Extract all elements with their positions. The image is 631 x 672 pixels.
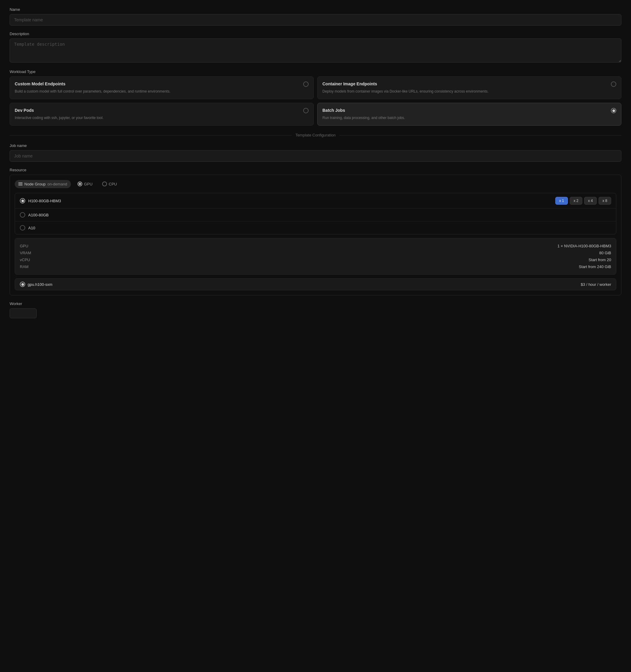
pricing-row[interactable]: gpu.h100-sxm $3 / hour / worker — [15, 278, 616, 290]
job-name-label: Job name — [9, 143, 622, 148]
description-input[interactable] — [9, 39, 622, 63]
workload-card-batch-jobs[interactable]: Batch Jobs Run training, data processing… — [317, 103, 622, 126]
node-group-icon — [18, 183, 23, 186]
workload-card-batch-jobs-radio — [611, 108, 616, 113]
mult-btn-2x[interactable]: x 2 — [570, 197, 582, 205]
gpu-radio-dot — [77, 182, 82, 186]
name-label: Name — [9, 7, 622, 12]
workload-card-batch-jobs-title: Batch Jobs — [322, 108, 616, 113]
gpu-name-a100: A100-80GB — [28, 213, 49, 217]
gpu-option-a10[interactable]: A10 — [15, 221, 616, 234]
template-config-divider: Template Configuration — [9, 133, 622, 137]
job-name-input[interactable] — [9, 150, 622, 162]
spec-row-vcpu: vCPU Start from 20 — [20, 256, 611, 263]
gpu-option-a100-left: A100-80GB — [20, 212, 49, 218]
cpu-toggle-label: CPU — [109, 182, 117, 186]
worker-section: Worker — [9, 302, 622, 318]
name-input[interactable] — [9, 14, 622, 26]
description-section: Description — [9, 31, 622, 64]
workload-card-custom-model-desc: Build a custom model with full control o… — [15, 89, 309, 94]
worker-input[interactable] — [9, 308, 37, 318]
pricing-left: gpu.h100-sxm — [20, 282, 52, 287]
resource-label: Resource — [9, 168, 622, 172]
spec-key-vram: VRAM — [20, 250, 31, 255]
worker-label: Worker — [9, 302, 622, 306]
mult-btn-1x[interactable]: x 1 — [555, 197, 568, 205]
workload-card-custom-model-radio — [303, 81, 309, 87]
gpu-option-h100[interactable]: H100-80GB-HBM3 x 1 x 2 x 4 x 8 — [15, 193, 616, 209]
workload-card-dev-pods-title: Dev Pods — [15, 108, 309, 113]
workload-card-dev-pods-radio — [303, 108, 309, 113]
gpu-radio-a100 — [20, 212, 25, 218]
workload-card-container-image-radio — [611, 81, 616, 87]
workload-card-container-image[interactable]: Container Image Endpoints Deploy models … — [317, 76, 622, 99]
job-name-section: Job name — [9, 143, 622, 162]
workload-card-batch-jobs-desc: Run training, data processing, and other… — [322, 115, 616, 121]
spec-value-vcpu: Start from 20 — [589, 258, 611, 262]
multiplier-buttons-h100: x 1 x 2 x 4 x 8 — [555, 197, 611, 205]
gpu-option-a10-left: A10 — [20, 225, 35, 231]
mult-btn-4x[interactable]: x 4 — [584, 197, 597, 205]
gpu-name-h100: H100-80GB-HBM3 — [28, 199, 61, 203]
gpu-options-list: H100-80GB-HBM3 x 1 x 2 x 4 x 8 A100-80GB — [15, 193, 616, 234]
cpu-toggle-button[interactable]: CPU — [98, 180, 121, 188]
spec-value-vram: 80 GiB — [599, 250, 611, 255]
workload-card-dev-pods[interactable]: Dev Pods Interactive coding with ssh, ju… — [9, 103, 314, 126]
gpu-option-h100-left: H100-80GB-HBM3 — [20, 198, 61, 203]
workload-card-dev-pods-desc: Interactive coding with ssh, jupyter, or… — [15, 115, 309, 121]
pricing-value: $3 / hour / worker — [581, 282, 611, 287]
specs-box: GPU 1 × NVIDIA-H100-80GB-HBM3 VRAM 80 Gi… — [15, 238, 616, 275]
spec-key-ram: RAM — [20, 264, 28, 269]
gpu-toggle-button[interactable]: GPU — [73, 180, 97, 188]
mult-btn-8x[interactable]: x 8 — [599, 197, 611, 205]
cpu-radio-dot — [102, 182, 107, 186]
description-label: Description — [9, 31, 622, 36]
workload-card-custom-model-title: Custom Model Endpoints — [15, 81, 309, 86]
workload-card-container-image-desc: Deploy models from container images via … — [322, 89, 616, 94]
spec-value-ram: Start from 240 GiB — [579, 264, 611, 269]
node-group-value: on-demand — [47, 182, 67, 186]
workload-type-label: Workload Type — [9, 69, 622, 74]
gpu-radio-h100 — [20, 198, 25, 203]
gpu-toggle-label: GPU — [84, 182, 93, 186]
gpu-option-a100[interactable]: A100-80GB — [15, 209, 616, 221]
node-group-text: Node Group — [24, 182, 46, 186]
resource-section: Resource Node Group on-demand GPU CPU — [9, 168, 622, 295]
node-group-bar: Node Group on-demand GPU CPU — [15, 180, 616, 188]
spec-key-vcpu: vCPU — [20, 258, 30, 262]
spec-key-gpu: GPU — [20, 244, 28, 248]
spec-value-gpu: 1 × NVIDIA-H100-80GB-HBM3 — [557, 244, 611, 248]
workload-card-container-image-title: Container Image Endpoints — [322, 81, 616, 86]
node-group-pill[interactable]: Node Group on-demand — [15, 180, 71, 188]
name-section: Name — [9, 7, 622, 26]
workload-type-section: Workload Type Custom Model Endpoints Bui… — [9, 69, 622, 126]
template-config-label: Template Configuration — [292, 133, 339, 137]
workload-card-custom-model[interactable]: Custom Model Endpoints Build a custom mo… — [9, 76, 314, 99]
pricing-name: gpu.h100-sxm — [28, 282, 52, 287]
spec-row-vram: VRAM 80 GiB — [20, 249, 611, 256]
gpu-cpu-toggle: GPU CPU — [73, 180, 121, 188]
workload-type-grid: Custom Model Endpoints Build a custom mo… — [9, 76, 622, 126]
resource-box: Node Group on-demand GPU CPU H100-80GB — [9, 175, 622, 295]
gpu-name-a10: A10 — [28, 226, 35, 230]
pricing-radio — [20, 282, 25, 287]
gpu-radio-a10 — [20, 225, 25, 231]
spec-row-gpu: GPU 1 × NVIDIA-H100-80GB-HBM3 — [20, 242, 611, 249]
spec-row-ram: RAM Start from 240 GiB — [20, 263, 611, 270]
